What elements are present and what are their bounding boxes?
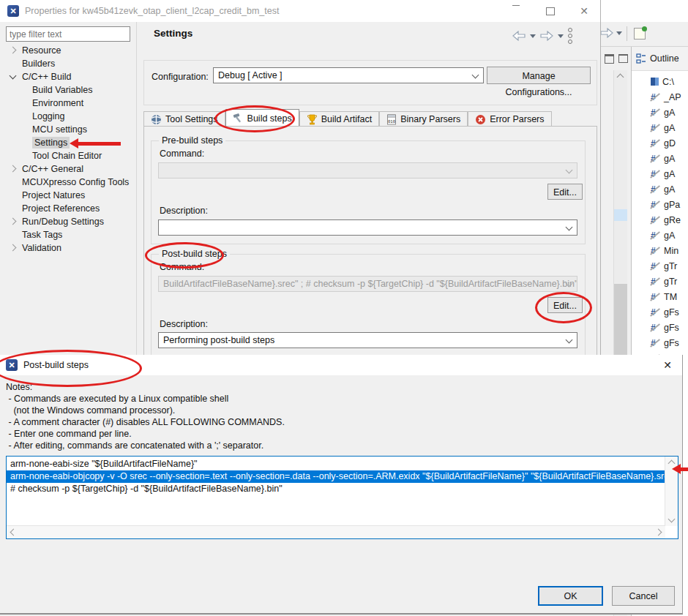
outline-item[interactable]: #_AP [632, 89, 688, 105]
forward-arrow-icon[interactable] [600, 28, 613, 38]
chevron-right-icon[interactable] [10, 165, 17, 173]
scroll-up-icon[interactable] [668, 460, 676, 467]
chevron-down-icon[interactable] [10, 72, 17, 80]
app-icon: ✕ [6, 359, 18, 371]
outline-item[interactable]: #gFs [632, 320, 688, 335]
editor-horizontal-scrollbar[interactable] [7, 525, 665, 538]
tree-item-resource[interactable]: Resource [0, 44, 135, 57]
tree-item-c-c-build[interactable]: C/C++ Build [0, 70, 135, 83]
outline-item[interactable]: #gD [632, 135, 688, 151]
outline-item[interactable]: #gA [632, 166, 688, 181]
back-arrow-icon[interactable] [512, 31, 526, 41]
define-icon: # [651, 323, 660, 333]
close-button[interactable]: ✕ [569, 0, 599, 22]
cancel-button[interactable]: Cancel [612, 586, 675, 606]
outline-item[interactable]: #gA [632, 181, 688, 197]
outline-item[interactable]: #gFs [632, 335, 688, 350]
outline-item[interactable]: #gA [632, 120, 688, 135]
outline-icon [636, 53, 646, 64]
filter-input[interactable] [6, 26, 130, 42]
pre-build-edit-button[interactable]: Edit... [547, 184, 583, 200]
minimize-view-icon[interactable] [605, 54, 614, 64]
define-icon: # [651, 169, 660, 179]
tab-tool-settings[interactable]: Tool Settings [143, 111, 225, 127]
manage-configurations-button[interactable]: Manage Configurations... [487, 67, 591, 84]
editor-vertical-scrollbar[interactable] [665, 457, 678, 526]
tree-item-builders[interactable]: Builders [0, 57, 135, 70]
history-nav [512, 28, 572, 44]
back-history-caret[interactable] [530, 34, 536, 38]
outline-item[interactable]: C:\ [632, 74, 688, 89]
close-icon[interactable]: ✕ [659, 355, 676, 375]
define-icon: # [651, 123, 660, 133]
tree-item-logging[interactable]: Logging [0, 110, 135, 123]
outline-item[interactable]: #gRe [632, 212, 688, 228]
scroll-up-icon[interactable] [617, 74, 624, 81]
tree-item-label: Tool Chain Editor [32, 151, 102, 161]
define-icon: # [651, 138, 660, 149]
command-line[interactable]: # checksum -p ${TargetChip} -d "${BuildA… [7, 483, 665, 495]
define-icon: # [651, 200, 660, 210]
outline-item-label: gA [664, 230, 675, 241]
scroll-down-icon[interactable] [668, 516, 676, 523]
outline-item[interactable]: #gPa [632, 197, 688, 212]
tree-item-tool-chain-editor[interactable]: Tool Chain Editor [0, 149, 135, 162]
outline-item[interactable]: #gFs [632, 304, 688, 320]
forward-arrow-icon[interactable] [540, 31, 553, 41]
settings-tabs: Tool Settings Build steps Build Artifact… [143, 110, 552, 127]
tab-binary-parsers[interactable]: 010 Binary Parsers [379, 111, 468, 127]
scroll-right-icon[interactable] [655, 529, 662, 536]
tree-item-build-variables[interactable]: Build Variables [0, 83, 135, 97]
tab-build-artifact[interactable]: Build Artifact [299, 111, 379, 127]
commands-editor[interactable]: arm-none-eabi-size "${BuildArtifactFileN… [6, 456, 678, 539]
outline-item[interactable]: #gTr [632, 274, 688, 289]
outline-item[interactable]: #TM [632, 289, 688, 304]
outline-item-label: gD [664, 138, 676, 149]
ok-button[interactable]: OK [538, 586, 603, 606]
chevron-down-icon [566, 167, 573, 174]
tab-error-parsers[interactable]: Error Parsers [468, 111, 551, 127]
maximize-view-icon[interactable] [618, 54, 628, 63]
tree-item-project-natures[interactable]: Project Natures [0, 189, 135, 202]
chevron-right-icon[interactable] [10, 47, 17, 54]
outline-item[interactable]: #Min [632, 243, 688, 258]
tree-item-run-debug-settings[interactable]: Run/Debug Settings [0, 215, 135, 228]
chevron-right-icon[interactable] [10, 218, 17, 225]
post-build-edit-button[interactable]: Edit... [547, 297, 583, 313]
tree-item-label: Project Natures [22, 190, 85, 200]
tab-build-steps[interactable]: Build steps [225, 109, 299, 127]
forward-history-caret[interactable] [558, 34, 564, 38]
tree-item-validation[interactable]: Validation [0, 241, 135, 255]
tree-item-settings[interactable]: Settings [0, 136, 135, 149]
command-line[interactable]: arm-none-eabi-size "${BuildArtifactFileN… [7, 458, 665, 470]
outline-item[interactable]: #gA [632, 151, 688, 166]
maximize-button[interactable] [536, 0, 565, 22]
view-menu-icon[interactable] [568, 28, 572, 44]
scroll-left-icon[interactable] [10, 529, 18, 536]
outline-item[interactable]: #gA [632, 105, 688, 120]
post-build-description-combo[interactable]: Performing post-build steps [158, 332, 577, 348]
outline-item-label: gA [664, 108, 675, 118]
tree-item-mcu-settings[interactable]: MCU settings [0, 123, 135, 136]
outline-item[interactable]: #gTr [632, 258, 688, 274]
outline-item[interactable]: #gA [632, 228, 688, 243]
tree-item-environment[interactable]: Environment [0, 97, 135, 110]
note-line: - A comment character (#) disables ALL F… [6, 416, 285, 428]
configuration-group: Configuration: Debug [ Active ] Manage C… [143, 60, 597, 105]
forward-history-caret[interactable] [616, 31, 622, 35]
post-build-dialog-title: Post-build steps [23, 355, 89, 375]
command-line[interactable]: arm-none-eabi-objcopy -v -O srec --only-… [7, 470, 665, 483]
tree-item-mcuxpresso-config-tools[interactable]: MCUXpresso Config Tools [0, 176, 135, 189]
scrollbar-thumb[interactable] [614, 284, 627, 355]
tree-item-task-tags[interactable]: Task Tags [0, 228, 135, 241]
pin-editor-icon[interactable] [634, 28, 646, 40]
chevron-down-icon [566, 224, 573, 231]
configuration-select[interactable]: Debug [ Active ] [213, 67, 484, 83]
pre-build-description-combo[interactable] [158, 219, 577, 236]
tree-item-project-references[interactable]: Project References [0, 202, 135, 215]
minimize-button[interactable] [501, 0, 531, 22]
tree-item-c-c-general[interactable]: C/C++ General [0, 162, 135, 176]
chevron-right-icon[interactable] [10, 244, 17, 252]
define-icon: # [651, 154, 660, 164]
scrollbar-annotation-mark [614, 209, 627, 221]
